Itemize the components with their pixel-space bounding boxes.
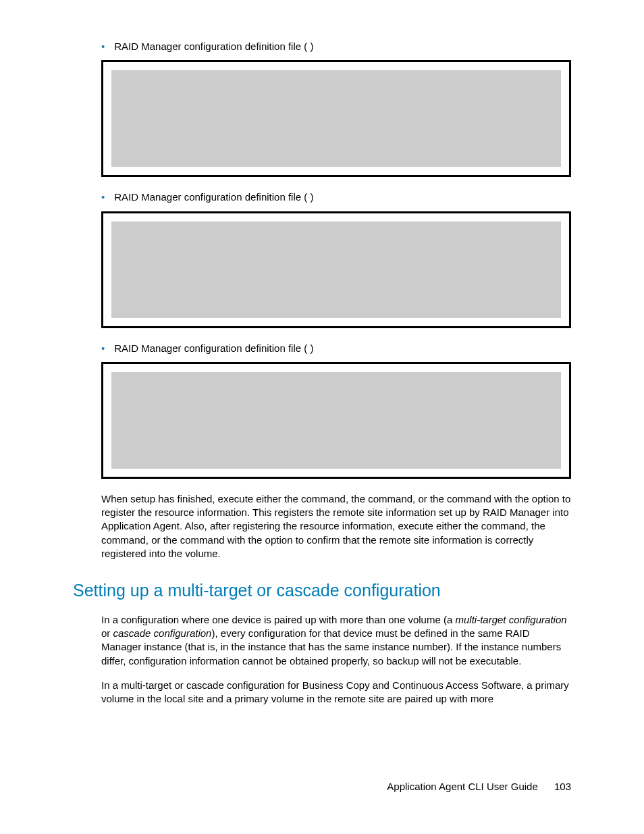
italic-term: cascade configuration: [113, 627, 212, 639]
page-footer: Application Agent CLI User Guide 103: [387, 780, 571, 793]
list-item: • RAID Manager configuration definition …: [101, 190, 571, 204]
list-item: • RAID Manager configuration definition …: [101, 342, 571, 355]
italic-term: multi-target configuration: [455, 614, 566, 625]
bulleted-section: • RAID Manager configuration definition …: [101, 40, 571, 561]
paragraph-text: or: [101, 627, 113, 639]
bullet-icon: •: [101, 40, 105, 53]
bullet-icon: •: [101, 342, 105, 355]
code-block-placeholder: [111, 70, 561, 167]
paragraph-text: In a configuration where one device is p…: [101, 614, 455, 625]
code-block-frame: [101, 211, 571, 328]
code-block-frame: [101, 60, 571, 177]
list-item: • RAID Manager configuration definition …: [101, 40, 571, 53]
paragraph: When setup has finished, execute either …: [101, 492, 571, 561]
list-item-text: RAID Manager configuration definition fi…: [114, 40, 571, 53]
paragraph: In a configuration where one device is p…: [101, 613, 571, 668]
page-content: • RAID Manager configuration definition …: [0, 0, 644, 706]
footer-title: Application Agent CLI User Guide: [387, 781, 537, 792]
paragraph: In a multi-target or cascade configurati…: [101, 679, 571, 706]
page-number: 103: [554, 781, 571, 792]
list-item-text: RAID Manager configuration definition fi…: [114, 190, 571, 204]
section-body: In a configuration where one device is p…: [101, 613, 571, 706]
code-block-placeholder: [111, 221, 561, 318]
code-block-frame: [101, 362, 571, 479]
section-heading: Setting up a multi-target or cascade con…: [73, 579, 571, 602]
list-item-text: RAID Manager configuration definition fi…: [114, 342, 571, 355]
code-block-placeholder: [111, 372, 561, 469]
bullet-icon: •: [101, 190, 105, 204]
